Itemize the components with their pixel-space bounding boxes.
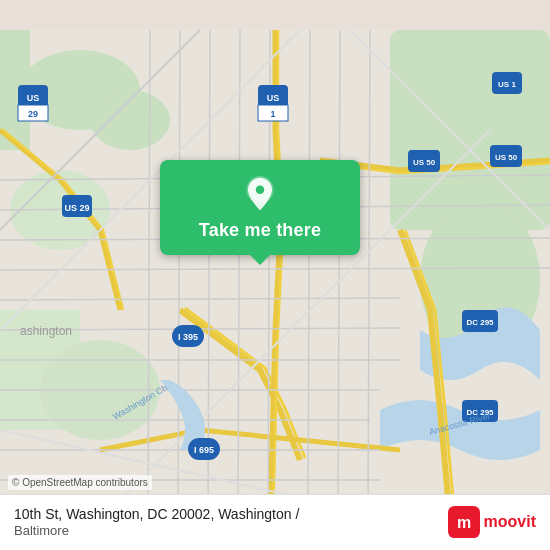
address-sub: Baltimore xyxy=(14,523,299,540)
take-me-there-button[interactable]: Take me there xyxy=(160,160,360,255)
svg-text:DC 295: DC 295 xyxy=(466,318,494,327)
location-pin-icon xyxy=(242,176,278,212)
address-main: 10th St, Washington, DC 20002, Washingto… xyxy=(14,505,299,523)
svg-text:m: m xyxy=(456,515,470,532)
svg-text:US 29: US 29 xyxy=(64,203,89,213)
svg-text:I 695: I 695 xyxy=(194,445,214,455)
svg-text:ashington: ashington xyxy=(20,324,72,338)
address-block: 10th St, Washington, DC 20002, Washingto… xyxy=(14,505,299,540)
moovit-text: moovit xyxy=(484,513,536,531)
attribution-text: © OpenStreetMap contributors xyxy=(12,477,148,488)
map-background: US 29 US 29 US 1 US 50 US 50 US 1 I 395 … xyxy=(0,0,550,550)
svg-text:I 395: I 395 xyxy=(178,332,198,342)
svg-text:US: US xyxy=(267,93,280,103)
svg-text:US 1: US 1 xyxy=(498,80,516,89)
svg-point-57 xyxy=(256,185,265,194)
moovit-logo: m moovit xyxy=(448,506,536,538)
svg-text:US: US xyxy=(27,93,40,103)
svg-text:29: 29 xyxy=(28,109,38,119)
svg-text:US 50: US 50 xyxy=(413,158,436,167)
svg-text:US 50: US 50 xyxy=(495,153,518,162)
moovit-icon: m xyxy=(448,506,480,538)
take-me-there-label: Take me there xyxy=(199,220,321,241)
svg-text:1: 1 xyxy=(270,109,275,119)
svg-rect-3 xyxy=(390,30,550,230)
map-attribution: © OpenStreetMap contributors xyxy=(8,475,152,490)
map-container: US 29 US 29 US 1 US 50 US 50 US 1 I 395 … xyxy=(0,0,550,550)
info-bar: 10th St, Washington, DC 20002, Washingto… xyxy=(0,494,550,550)
